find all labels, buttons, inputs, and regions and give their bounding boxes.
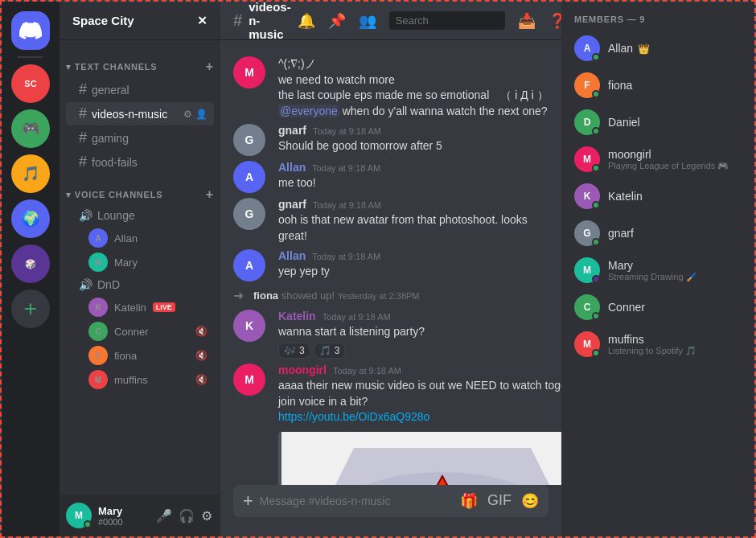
voice-channel-lounge: 🔊 Lounge A Allan M Mary bbox=[60, 205, 220, 274]
message-header: gnarf Today at 9:18 AM bbox=[278, 198, 549, 211]
chevron-down-icon: ✕ bbox=[197, 14, 207, 28]
message-text: aaaa their new music video is out we NEE… bbox=[278, 378, 561, 425]
user-plus-icon[interactable]: 👤 bbox=[195, 109, 207, 120]
voice-user-katelin[interactable]: K Katelin LIVE bbox=[66, 296, 214, 318]
server-icon-3[interactable]: 🎵 bbox=[11, 154, 50, 193]
message-author[interactable]: Allan bbox=[278, 161, 306, 174]
member-item-conner[interactable]: C Conner bbox=[568, 290, 748, 325]
microphone-icon[interactable]: 🎤 bbox=[154, 507, 174, 525]
member-name: Daniel bbox=[608, 116, 742, 129]
server-header[interactable]: Space City ✕ bbox=[60, 2, 220, 40]
avatar: M bbox=[574, 146, 600, 172]
voice-user-allan[interactable]: A Allan bbox=[66, 227, 214, 249]
voice-user-mary[interactable]: M Mary bbox=[66, 251, 214, 273]
members-sidebar: MEMBERS — 9 A Allan 👑 F fiona D bbox=[561, 2, 754, 536]
chat-input-area: + 🎁 GIF 😊 bbox=[220, 485, 561, 536]
channel-item-videos-n-music[interactable]: # videos-n-music ⚙ 👤 bbox=[66, 102, 214, 125]
pin-icon[interactable]: 📌 bbox=[328, 12, 346, 30]
member-item-muffins[interactable]: M muffins Listening to Spotify 🎵 bbox=[568, 326, 748, 362]
crown-icon: 👑 bbox=[638, 43, 650, 55]
voice-user-muffins[interactable]: M muffins 🔇 bbox=[66, 368, 214, 391]
members-icon[interactable]: 👥 bbox=[359, 12, 376, 30]
voice-user-fiona[interactable]: F fiona 🔇 bbox=[66, 344, 214, 367]
hash-icon: # bbox=[79, 81, 87, 98]
member-info: Allan 👑 bbox=[608, 42, 742, 55]
member-name: gnarf bbox=[608, 227, 742, 240]
voice-channel-header-lounge[interactable]: 🔊 Lounge bbox=[66, 206, 214, 225]
member-item-fiona[interactable]: F fiona bbox=[568, 68, 748, 103]
message-author[interactable]: Allan bbox=[278, 249, 306, 262]
message-author[interactable]: gnarf bbox=[278, 124, 306, 137]
gift-icon[interactable]: 🎁 bbox=[460, 492, 478, 510]
member-item-allan[interactable]: A Allan 👑 bbox=[568, 31, 748, 66]
emoji-icon[interactable]: 😊 bbox=[521, 492, 539, 510]
user-panel-tag: #0000 bbox=[98, 517, 148, 527]
reaction-emoji: 🎶 bbox=[284, 345, 296, 356]
message-author[interactable]: moongirl bbox=[278, 363, 327, 376]
member-info: Conner bbox=[608, 301, 742, 314]
server-list: SC 🎮 🎵 🌍 🎲 + bbox=[2, 2, 60, 536]
settings-icon[interactable]: ⚙ bbox=[199, 507, 214, 525]
reaction[interactable]: 🎵3 bbox=[314, 343, 346, 359]
avatar: A bbox=[88, 228, 108, 248]
speaker-icon: 🔊 bbox=[79, 209, 92, 222]
help-icon[interactable]: ❓ bbox=[549, 12, 561, 30]
main-chat: # videos-n-music 🔔 📌 👥 📥 ❓ M ^(;∇;)ノwe n… bbox=[220, 2, 561, 536]
server-name: Space City bbox=[72, 14, 134, 27]
message: M ^(;∇;)ノwe need to watch morethe last c… bbox=[220, 55, 561, 121]
search-input[interactable] bbox=[389, 11, 505, 30]
voice-user-conner[interactable]: C Conner 🔇 bbox=[66, 320, 214, 343]
member-item-daniel[interactable]: D Daniel bbox=[568, 105, 748, 140]
text-channels-category[interactable]: ▾ TEXT CHANNELS + bbox=[60, 47, 220, 77]
avatar: F bbox=[88, 346, 108, 365]
reaction-count: 3 bbox=[299, 345, 305, 356]
channel-item-general[interactable]: # general bbox=[66, 78, 214, 101]
member-item-moongirl[interactable]: M moongirl Playing League of Legends 🎮 bbox=[568, 142, 748, 177]
system-timestamp: Yesterday at 2:38PM bbox=[338, 291, 420, 301]
voice-user-name: fiona bbox=[114, 350, 137, 362]
message-text: ooh is that new avatar from that photosh… bbox=[278, 212, 549, 244]
youtube-link[interactable]: https://youtu.be/OiDx6aQ928o bbox=[278, 410, 429, 423]
member-item-katelin[interactable]: K Katelin bbox=[568, 179, 748, 214]
add-channel-icon[interactable]: + bbox=[206, 60, 214, 74]
message-author[interactable]: gnarf bbox=[278, 198, 306, 211]
message-input[interactable] bbox=[260, 485, 454, 517]
mention[interactable]: @everyone bbox=[278, 105, 339, 117]
server-icon-discord[interactable] bbox=[11, 11, 50, 50]
avatar: C bbox=[88, 322, 108, 341]
reaction[interactable]: 🎶3 bbox=[278, 343, 310, 359]
add-attachment-button[interactable]: + bbox=[243, 491, 253, 511]
settings-icon[interactable]: ⚙ bbox=[183, 109, 192, 120]
server-icon-4[interactable]: 🌍 bbox=[11, 199, 50, 238]
messages-area[interactable]: M ^(;∇;)ノwe need to watch morethe last c… bbox=[220, 40, 561, 485]
member-item-gnarf[interactable]: G gnarf bbox=[568, 216, 748, 251]
server-icon-1[interactable]: SC bbox=[11, 64, 50, 103]
server-icon-2[interactable]: 🎮 bbox=[11, 109, 50, 148]
chat-channel-name: videos-n-music bbox=[249, 2, 291, 41]
message-author[interactable]: Katelin bbox=[278, 310, 316, 322]
member-name: muffins bbox=[608, 333, 742, 346]
channel-item-food-fails[interactable]: # food-fails bbox=[66, 150, 214, 174]
message: A Allan Today at 9:18 AM yep yep ty bbox=[220, 248, 561, 283]
message-header: Allan Today at 9:18 AM bbox=[278, 161, 549, 174]
channel-name: general bbox=[92, 84, 207, 97]
server-icon-5[interactable]: 🎲 bbox=[11, 244, 50, 283]
message-timestamp: Today at 9:18 AM bbox=[313, 126, 381, 136]
server-divider bbox=[18, 56, 43, 58]
voice-channels-category[interactable]: ▾ VOICE CHANNELS + bbox=[60, 175, 220, 205]
avatar: A bbox=[233, 249, 265, 281]
member-item-mary[interactable]: M Mary Streaming Drawing 🖌️ bbox=[568, 253, 748, 288]
avatar: G bbox=[233, 198, 265, 230]
channel-item-gaming[interactable]: # gaming bbox=[66, 126, 214, 150]
hash-icon: # bbox=[79, 105, 87, 122]
message-content: Allan Today at 9:18 AM yep yep ty bbox=[278, 249, 549, 281]
voice-channel-name: DnD bbox=[97, 278, 120, 291]
bell-icon[interactable]: 🔔 bbox=[298, 12, 315, 30]
gif-icon[interactable]: GIF bbox=[487, 492, 512, 510]
message-text: yep yep ty bbox=[278, 264, 549, 280]
voice-channel-header-dnd[interactable]: 🔊 DnD bbox=[66, 275, 214, 294]
inbox-icon[interactable]: 📥 bbox=[518, 12, 536, 30]
headphones-icon[interactable]: 🎧 bbox=[177, 507, 196, 525]
add-server-button[interactable]: + bbox=[11, 290, 50, 328]
add-voice-channel-icon[interactable]: + bbox=[206, 187, 214, 202]
